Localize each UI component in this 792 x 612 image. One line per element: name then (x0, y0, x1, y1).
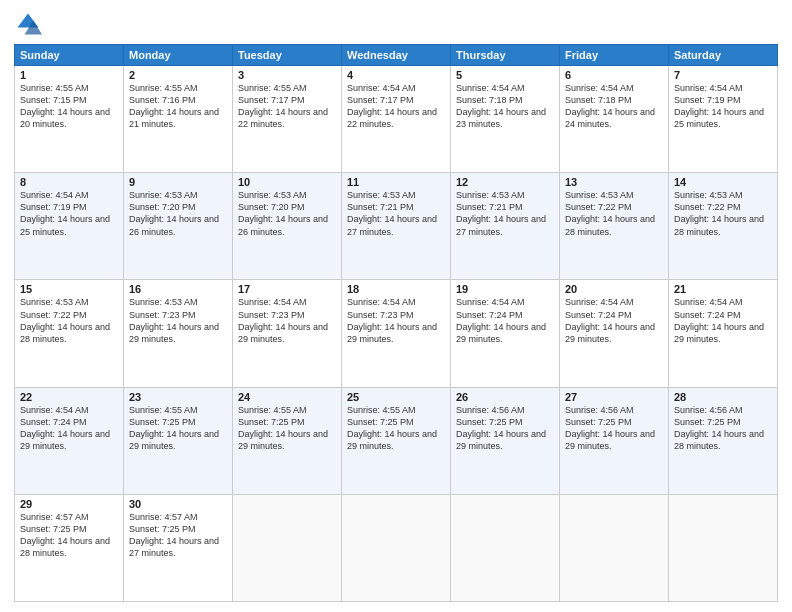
day-number: 12 (456, 176, 554, 188)
day-number: 28 (674, 391, 772, 403)
day-info: Sunrise: 4:53 AM Sunset: 7:23 PM Dayligh… (129, 296, 227, 345)
day-info: Sunrise: 4:57 AM Sunset: 7:25 PM Dayligh… (129, 511, 227, 560)
day-info: Sunrise: 4:53 AM Sunset: 7:22 PM Dayligh… (565, 189, 663, 238)
calendar-cell: 10 Sunrise: 4:53 AM Sunset: 7:20 PM Dayl… (233, 173, 342, 280)
calendar-cell: 25 Sunrise: 4:55 AM Sunset: 7:25 PM Dayl… (342, 387, 451, 494)
day-number: 20 (565, 283, 663, 295)
day-info: Sunrise: 4:54 AM Sunset: 7:19 PM Dayligh… (20, 189, 118, 238)
calendar-cell: 26 Sunrise: 4:56 AM Sunset: 7:25 PM Dayl… (451, 387, 560, 494)
logo-icon (14, 10, 42, 38)
day-info: Sunrise: 4:54 AM Sunset: 7:24 PM Dayligh… (674, 296, 772, 345)
day-number: 3 (238, 69, 336, 81)
calendar-cell: 13 Sunrise: 4:53 AM Sunset: 7:22 PM Dayl… (560, 173, 669, 280)
day-number: 16 (129, 283, 227, 295)
day-number: 19 (456, 283, 554, 295)
day-number: 1 (20, 69, 118, 81)
day-info: Sunrise: 4:53 AM Sunset: 7:22 PM Dayligh… (20, 296, 118, 345)
calendar-cell (233, 494, 342, 601)
calendar-cell: 6 Sunrise: 4:54 AM Sunset: 7:18 PM Dayli… (560, 66, 669, 173)
day-info: Sunrise: 4:55 AM Sunset: 7:17 PM Dayligh… (238, 82, 336, 131)
calendar-cell (342, 494, 451, 601)
day-info: Sunrise: 4:56 AM Sunset: 7:25 PM Dayligh… (565, 404, 663, 453)
calendar-week-3: 15 Sunrise: 4:53 AM Sunset: 7:22 PM Dayl… (15, 280, 778, 387)
day-number: 25 (347, 391, 445, 403)
calendar-cell: 7 Sunrise: 4:54 AM Sunset: 7:19 PM Dayli… (669, 66, 778, 173)
day-info: Sunrise: 4:55 AM Sunset: 7:16 PM Dayligh… (129, 82, 227, 131)
calendar-cell: 27 Sunrise: 4:56 AM Sunset: 7:25 PM Dayl… (560, 387, 669, 494)
calendar-cell: 4 Sunrise: 4:54 AM Sunset: 7:17 PM Dayli… (342, 66, 451, 173)
calendar-cell: 1 Sunrise: 4:55 AM Sunset: 7:15 PM Dayli… (15, 66, 124, 173)
day-number: 9 (129, 176, 227, 188)
calendar-header-thursday: Thursday (451, 45, 560, 66)
calendar-cell: 17 Sunrise: 4:54 AM Sunset: 7:23 PM Dayl… (233, 280, 342, 387)
day-number: 15 (20, 283, 118, 295)
calendar-cell: 24 Sunrise: 4:55 AM Sunset: 7:25 PM Dayl… (233, 387, 342, 494)
calendar-cell: 30 Sunrise: 4:57 AM Sunset: 7:25 PM Dayl… (124, 494, 233, 601)
day-number: 23 (129, 391, 227, 403)
day-info: Sunrise: 4:56 AM Sunset: 7:25 PM Dayligh… (674, 404, 772, 453)
day-info: Sunrise: 4:53 AM Sunset: 7:20 PM Dayligh… (129, 189, 227, 238)
calendar-week-1: 1 Sunrise: 4:55 AM Sunset: 7:15 PM Dayli… (15, 66, 778, 173)
day-number: 8 (20, 176, 118, 188)
day-info: Sunrise: 4:54 AM Sunset: 7:23 PM Dayligh… (347, 296, 445, 345)
calendar-cell: 8 Sunrise: 4:54 AM Sunset: 7:19 PM Dayli… (15, 173, 124, 280)
calendar-cell: 12 Sunrise: 4:53 AM Sunset: 7:21 PM Dayl… (451, 173, 560, 280)
calendar-body: 1 Sunrise: 4:55 AM Sunset: 7:15 PM Dayli… (15, 66, 778, 602)
calendar-cell (560, 494, 669, 601)
day-number: 29 (20, 498, 118, 510)
calendar-cell: 11 Sunrise: 4:53 AM Sunset: 7:21 PM Dayl… (342, 173, 451, 280)
day-number: 18 (347, 283, 445, 295)
day-info: Sunrise: 4:53 AM Sunset: 7:20 PM Dayligh… (238, 189, 336, 238)
day-info: Sunrise: 4:54 AM Sunset: 7:17 PM Dayligh… (347, 82, 445, 131)
day-info: Sunrise: 4:54 AM Sunset: 7:24 PM Dayligh… (565, 296, 663, 345)
day-info: Sunrise: 4:53 AM Sunset: 7:21 PM Dayligh… (456, 189, 554, 238)
day-info: Sunrise: 4:54 AM Sunset: 7:19 PM Dayligh… (674, 82, 772, 131)
calendar-cell: 21 Sunrise: 4:54 AM Sunset: 7:24 PM Dayl… (669, 280, 778, 387)
day-info: Sunrise: 4:54 AM Sunset: 7:23 PM Dayligh… (238, 296, 336, 345)
day-number: 27 (565, 391, 663, 403)
day-number: 11 (347, 176, 445, 188)
day-number: 22 (20, 391, 118, 403)
logo (14, 10, 46, 38)
day-number: 4 (347, 69, 445, 81)
day-number: 2 (129, 69, 227, 81)
day-info: Sunrise: 4:54 AM Sunset: 7:24 PM Dayligh… (20, 404, 118, 453)
calendar-header-friday: Friday (560, 45, 669, 66)
day-number: 10 (238, 176, 336, 188)
calendar-cell (669, 494, 778, 601)
day-number: 7 (674, 69, 772, 81)
day-info: Sunrise: 4:55 AM Sunset: 7:25 PM Dayligh… (129, 404, 227, 453)
calendar-cell: 3 Sunrise: 4:55 AM Sunset: 7:17 PM Dayli… (233, 66, 342, 173)
calendar-cell: 29 Sunrise: 4:57 AM Sunset: 7:25 PM Dayl… (15, 494, 124, 601)
calendar-cell: 15 Sunrise: 4:53 AM Sunset: 7:22 PM Dayl… (15, 280, 124, 387)
day-number: 26 (456, 391, 554, 403)
day-number: 14 (674, 176, 772, 188)
calendar-week-5: 29 Sunrise: 4:57 AM Sunset: 7:25 PM Dayl… (15, 494, 778, 601)
calendar-header-tuesday: Tuesday (233, 45, 342, 66)
calendar-cell: 16 Sunrise: 4:53 AM Sunset: 7:23 PM Dayl… (124, 280, 233, 387)
day-info: Sunrise: 4:55 AM Sunset: 7:25 PM Dayligh… (238, 404, 336, 453)
calendar-header-sunday: Sunday (15, 45, 124, 66)
day-number: 5 (456, 69, 554, 81)
calendar-week-2: 8 Sunrise: 4:54 AM Sunset: 7:19 PM Dayli… (15, 173, 778, 280)
day-number: 24 (238, 391, 336, 403)
calendar-header-monday: Monday (124, 45, 233, 66)
day-info: Sunrise: 4:57 AM Sunset: 7:25 PM Dayligh… (20, 511, 118, 560)
calendar-week-4: 22 Sunrise: 4:54 AM Sunset: 7:24 PM Dayl… (15, 387, 778, 494)
calendar-cell: 14 Sunrise: 4:53 AM Sunset: 7:22 PM Dayl… (669, 173, 778, 280)
day-info: Sunrise: 4:54 AM Sunset: 7:24 PM Dayligh… (456, 296, 554, 345)
calendar-cell (451, 494, 560, 601)
day-info: Sunrise: 4:56 AM Sunset: 7:25 PM Dayligh… (456, 404, 554, 453)
day-number: 17 (238, 283, 336, 295)
calendar-header-saturday: Saturday (669, 45, 778, 66)
day-number: 30 (129, 498, 227, 510)
page: SundayMondayTuesdayWednesdayThursdayFrid… (0, 0, 792, 612)
calendar-cell: 23 Sunrise: 4:55 AM Sunset: 7:25 PM Dayl… (124, 387, 233, 494)
day-number: 13 (565, 176, 663, 188)
calendar-cell: 19 Sunrise: 4:54 AM Sunset: 7:24 PM Dayl… (451, 280, 560, 387)
day-number: 6 (565, 69, 663, 81)
calendar-cell: 28 Sunrise: 4:56 AM Sunset: 7:25 PM Dayl… (669, 387, 778, 494)
day-info: Sunrise: 4:53 AM Sunset: 7:21 PM Dayligh… (347, 189, 445, 238)
day-info: Sunrise: 4:54 AM Sunset: 7:18 PM Dayligh… (565, 82, 663, 131)
calendar-cell: 2 Sunrise: 4:55 AM Sunset: 7:16 PM Dayli… (124, 66, 233, 173)
